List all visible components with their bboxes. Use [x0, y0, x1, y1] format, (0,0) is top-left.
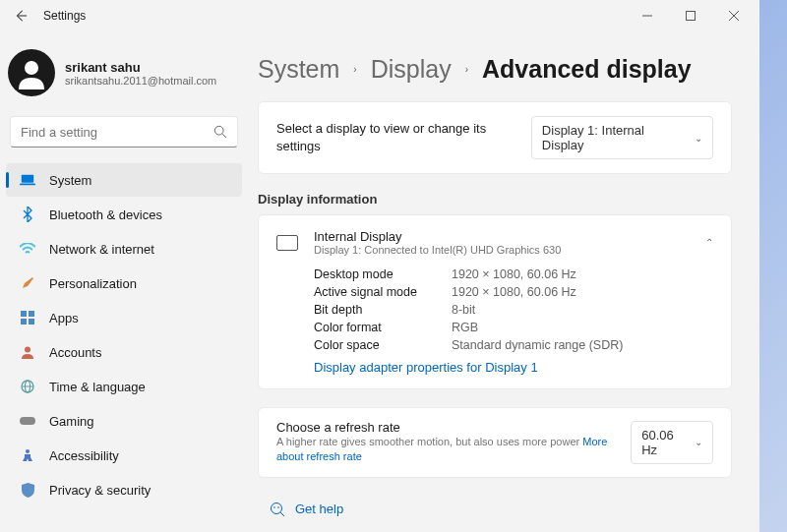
- svg-rect-13: [29, 319, 34, 325]
- breadcrumb-current: Advanced display: [482, 55, 692, 84]
- property-key: Desktop mode: [314, 267, 452, 281]
- nav-icon: [20, 310, 35, 325]
- sidebar: srikant sahu srikantsahu.2011@hotmail.co…: [0, 31, 248, 532]
- nav-icon: [20, 241, 35, 257]
- sidebar-item-label: Bluetooth & devices: [49, 207, 162, 222]
- sidebar-item-label: System: [49, 173, 91, 188]
- breadcrumb-display[interactable]: Display: [371, 55, 452, 84]
- refresh-rate-value: 60.06 Hz: [641, 428, 679, 457]
- nav-icon: [20, 344, 35, 360]
- svg-line-7: [222, 134, 226, 138]
- sidebar-item-label: Privacy & security: [49, 483, 151, 498]
- desktop-background: [759, 0, 787, 532]
- refresh-rate-desc: A higher rate gives smoother motion, but…: [276, 436, 582, 447]
- property-row: Color formatRGB: [314, 321, 713, 334]
- sidebar-item-gaming[interactable]: Gaming: [6, 404, 242, 438]
- search-icon: [213, 125, 227, 139]
- chevron-right-icon: ›: [465, 64, 468, 75]
- nav-icon: [20, 447, 35, 463]
- sidebar-item-label: Time & language: [49, 380, 146, 394]
- svg-rect-12: [21, 319, 27, 325]
- svg-point-19: [26, 449, 30, 453]
- svg-point-22: [273, 506, 275, 508]
- svg-rect-10: [21, 311, 27, 317]
- nav-list: SystemBluetooth & devicesNetwork & inter…: [4, 163, 244, 506]
- display-selector-dropdown[interactable]: Display 1: Internal Display ⌄: [531, 116, 713, 159]
- window-title: Settings: [43, 9, 626, 23]
- property-value: RGB: [452, 321, 478, 334]
- svg-line-21: [280, 512, 284, 516]
- svg-rect-18: [20, 417, 35, 425]
- property-row: Desktop mode1920 × 1080, 60.06 Hz: [314, 267, 713, 281]
- titlebar: Settings: [0, 0, 759, 31]
- sidebar-item-privacy-security[interactable]: Privacy & security: [6, 473, 242, 506]
- back-button[interactable]: [4, 0, 37, 31]
- breadcrumb-system[interactable]: System: [258, 55, 339, 84]
- svg-rect-8: [22, 175, 33, 183]
- sidebar-item-label: Gaming: [49, 414, 94, 429]
- nav-icon: [20, 275, 35, 291]
- display-selector-value: Display 1: Internal Display: [542, 123, 679, 152]
- sidebar-item-system[interactable]: System: [6, 163, 242, 197]
- svg-rect-11: [29, 311, 34, 317]
- profile-name: srikant sahu: [65, 60, 216, 75]
- svg-rect-9: [20, 184, 35, 186]
- svg-point-5: [25, 61, 38, 75]
- chevron-down-icon: ⌄: [695, 133, 702, 144]
- display-info-sub: Display 1: Connected to Intel(R) UHD Gra…: [314, 244, 690, 256]
- select-display-text: Select a display to view or change its s…: [276, 120, 517, 155]
- sidebar-item-label: Network & internet: [49, 242, 154, 257]
- adapter-properties-link[interactable]: Display adapter properties for Display 1: [276, 360, 713, 375]
- nav-icon: [20, 379, 35, 394]
- person-icon: [15, 56, 48, 89]
- sidebar-item-apps[interactable]: Apps: [6, 301, 242, 334]
- svg-point-6: [214, 126, 223, 135]
- main-content: System › Display › Advanced display Sele…: [248, 31, 759, 532]
- sidebar-item-label: Accessibility: [49, 448, 119, 463]
- refresh-rate-card: Choose a refresh rate A higher rate give…: [258, 407, 732, 478]
- property-value: 1920 × 1080, 60.06 Hz: [452, 267, 576, 281]
- nav-icon: [20, 413, 35, 429]
- chevron-right-icon: ›: [353, 64, 356, 75]
- minimize-button[interactable]: [626, 0, 669, 31]
- nav-icon: [20, 172, 35, 188]
- breadcrumb: System › Display › Advanced display: [258, 55, 732, 84]
- sidebar-item-time-language[interactable]: Time & language: [6, 370, 242, 403]
- svg-point-20: [272, 502, 282, 513]
- sidebar-item-accounts[interactable]: Accounts: [6, 335, 242, 369]
- maximize-button[interactable]: [669, 0, 712, 31]
- avatar: [8, 49, 55, 96]
- property-row: Bit depth8-bit: [314, 303, 713, 317]
- display-info-title: Internal Display: [314, 229, 690, 244]
- profile-block[interactable]: srikant sahu srikantsahu.2011@hotmail.co…: [4, 39, 244, 112]
- section-display-info: Display information: [258, 192, 732, 207]
- help-icon: [270, 502, 285, 517]
- refresh-rate-dropdown[interactable]: 60.06 Hz ⌄: [631, 421, 713, 464]
- close-icon: [729, 11, 739, 21]
- get-help-link[interactable]: Get help: [258, 496, 732, 517]
- display-info-header[interactable]: Internal Display Display 1: Connected to…: [276, 229, 713, 267]
- display-properties-table: Desktop mode1920 × 1080, 60.06 HzActive …: [276, 267, 713, 352]
- nav-icon: [20, 482, 35, 498]
- sidebar-item-label: Accounts: [49, 345, 101, 360]
- monitor-icon: [276, 235, 298, 251]
- profile-email: srikantsahu.2011@hotmail.com: [65, 75, 216, 87]
- sidebar-item-bluetooth-devices[interactable]: Bluetooth & devices: [6, 198, 242, 231]
- maximize-icon: [686, 11, 696, 21]
- property-value: 8-bit: [452, 303, 475, 317]
- property-row: Color spaceStandard dynamic range (SDR): [314, 338, 713, 352]
- display-info-card: Internal Display Display 1: Connected to…: [258, 214, 732, 389]
- refresh-rate-title: Choose a refresh rate: [276, 420, 617, 435]
- sidebar-item-label: Personalization: [49, 276, 137, 291]
- chevron-down-icon: ⌄: [695, 437, 702, 447]
- search-box[interactable]: [10, 116, 238, 148]
- sidebar-item-accessibility[interactable]: Accessibility: [6, 439, 242, 472]
- sidebar-item-network-internet[interactable]: Network & internet: [6, 232, 242, 266]
- close-button[interactable]: [712, 0, 756, 31]
- sidebar-item-personalization[interactable]: Personalization: [6, 266, 242, 300]
- chevron-up-icon: ⌃: [705, 237, 713, 248]
- search-input[interactable]: [21, 125, 213, 140]
- svg-point-23: [277, 506, 279, 508]
- property-key: Active signal mode: [314, 285, 452, 299]
- nav-icon: [20, 207, 35, 222]
